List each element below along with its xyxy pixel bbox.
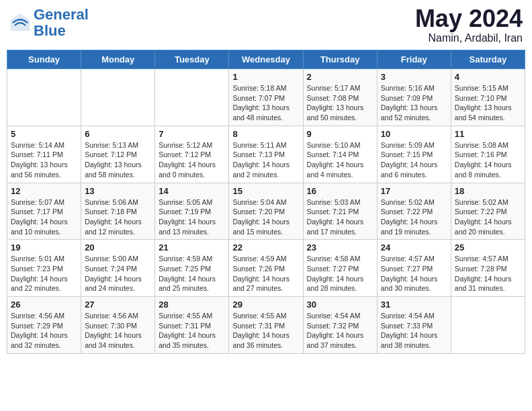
day-number: 2 [307,72,373,82]
calendar-cell: 12Sunrise: 5:07 AMSunset: 7:17 PMDayligh… [7,183,81,240]
day-info: Sunrise: 5:06 AMSunset: 7:18 PMDaylight:… [85,197,151,237]
day-number: 13 [85,186,151,196]
day-info: Sunrise: 5:00 AMSunset: 7:24 PMDaylight:… [85,254,151,293]
calendar-cell: 20Sunrise: 5:00 AMSunset: 7:24 PMDayligh… [81,240,155,297]
day-info: Sunrise: 4:54 AMSunset: 7:32 PMDaylight:… [307,311,373,351]
calendar-cell: 27Sunrise: 4:56 AMSunset: 7:30 PMDayligh… [81,297,155,354]
weekday-header-thursday: Thursday [303,50,377,69]
day-info: Sunrise: 5:08 AMSunset: 7:16 PMDaylight:… [455,140,521,180]
calendar-header-row: SundayMondayTuesdayWednesdayThursdayFrid… [7,50,525,69]
day-info: Sunrise: 4:58 AMSunset: 7:27 PMDaylight:… [307,254,373,293]
calendar-cell: 6Sunrise: 5:13 AMSunset: 7:12 PMDaylight… [81,126,155,183]
day-info: Sunrise: 4:56 AMSunset: 7:30 PMDaylight:… [85,311,151,351]
day-info: Sunrise: 5:04 AMSunset: 7:20 PMDaylight:… [232,197,299,237]
calendar-cell: 11Sunrise: 5:08 AMSunset: 7:16 PMDayligh… [451,126,525,183]
day-number: 12 [11,186,77,196]
calendar-cell: 13Sunrise: 5:06 AMSunset: 7:18 PMDayligh… [81,183,155,240]
calendar-week-row: 12Sunrise: 5:07 AMSunset: 7:17 PMDayligh… [7,183,525,240]
calendar-cell: 3Sunrise: 5:16 AMSunset: 7:09 PMDaylight… [377,69,451,126]
calendar-cell: 1Sunrise: 5:18 AMSunset: 7:07 PMDaylight… [229,69,303,126]
day-info: Sunrise: 5:07 AMSunset: 7:17 PMDaylight:… [11,197,77,237]
calendar-cell [7,69,81,126]
calendar-cell: 25Sunrise: 4:57 AMSunset: 7:28 PMDayligh… [451,240,525,297]
day-info: Sunrise: 5:14 AMSunset: 7:11 PMDaylight:… [11,140,77,180]
day-number: 18 [455,186,521,196]
weekday-header-wednesday: Wednesday [229,50,303,69]
calendar-cell: 19Sunrise: 5:01 AMSunset: 7:23 PMDayligh… [7,240,81,297]
day-info: Sunrise: 4:57 AMSunset: 7:27 PMDaylight:… [381,254,447,293]
day-info: Sunrise: 5:05 AMSunset: 7:19 PMDaylight:… [159,197,225,237]
day-number: 24 [381,242,447,253]
day-info: Sunrise: 5:12 AMSunset: 7:12 PMDaylight:… [159,140,225,180]
calendar-cell [155,69,229,126]
day-number: 30 [307,300,373,310]
day-number: 19 [11,242,77,253]
day-number: 21 [159,242,225,253]
location-title: Namin, Ardabil, Iran [415,32,523,44]
day-number: 17 [381,186,447,196]
month-title: May 2024 [415,7,523,31]
day-info: Sunrise: 5:02 AMSunset: 7:22 PMDaylight:… [455,197,521,237]
day-info: Sunrise: 4:54 AMSunset: 7:33 PMDaylight:… [381,311,447,351]
calendar-cell: 7Sunrise: 5:12 AMSunset: 7:12 PMDaylight… [155,126,229,183]
day-number: 16 [307,186,373,196]
weekday-header-saturday: Saturday [451,50,525,69]
day-info: Sunrise: 5:17 AMSunset: 7:08 PMDaylight:… [307,83,373,123]
calendar-cell: 4Sunrise: 5:15 AMSunset: 7:10 PMDaylight… [451,69,525,126]
day-number: 7 [159,129,225,139]
day-number: 3 [381,72,447,82]
calendar-cell: 16Sunrise: 5:03 AMSunset: 7:21 PMDayligh… [303,183,377,240]
day-info: Sunrise: 4:59 AMSunset: 7:25 PMDaylight:… [159,254,225,293]
day-info: Sunrise: 4:55 AMSunset: 7:31 PMDaylight:… [159,311,225,351]
day-info: Sunrise: 5:13 AMSunset: 7:12 PMDaylight:… [85,140,151,180]
day-info: Sunrise: 5:09 AMSunset: 7:15 PMDaylight:… [381,140,447,180]
calendar-week-row: 1Sunrise: 5:18 AMSunset: 7:07 PMDaylight… [7,69,525,126]
calendar-cell: 22Sunrise: 4:59 AMSunset: 7:26 PMDayligh… [229,240,303,297]
calendar-table: SundayMondayTuesdayWednesdayThursdayFrid… [7,50,525,354]
day-info: Sunrise: 5:18 AMSunset: 7:07 PMDaylight:… [232,83,299,123]
day-number: 23 [307,242,373,253]
page-header: GeneralBlue May 2024 Namin, Ardabil, Ira… [7,7,525,44]
calendar-cell [81,69,155,126]
day-number: 31 [381,300,447,310]
day-info: Sunrise: 5:10 AMSunset: 7:14 PMDaylight:… [307,140,373,180]
day-number: 20 [85,242,151,253]
day-number: 10 [381,129,447,139]
day-number: 4 [455,72,521,82]
logo: GeneralBlue [9,7,89,39]
calendar-cell: 9Sunrise: 5:10 AMSunset: 7:14 PMDaylight… [303,126,377,183]
calendar-cell: 10Sunrise: 5:09 AMSunset: 7:15 PMDayligh… [377,126,451,183]
calendar-cell: 14Sunrise: 5:05 AMSunset: 7:19 PMDayligh… [155,183,229,240]
calendar-cell: 23Sunrise: 4:58 AMSunset: 7:27 PMDayligh… [303,240,377,297]
day-info: Sunrise: 4:55 AMSunset: 7:31 PMDaylight:… [232,311,299,351]
day-number: 14 [159,186,225,196]
calendar-cell: 2Sunrise: 5:17 AMSunset: 7:08 PMDaylight… [303,69,377,126]
logo-icon [9,12,31,34]
title-block: May 2024 Namin, Ardabil, Iran [415,7,523,44]
day-info: Sunrise: 5:15 AMSunset: 7:10 PMDaylight:… [455,83,521,123]
calendar-week-row: 5Sunrise: 5:14 AMSunset: 7:11 PMDaylight… [7,126,525,183]
weekday-header-tuesday: Tuesday [155,50,229,69]
day-info: Sunrise: 5:02 AMSunset: 7:22 PMDaylight:… [381,197,447,237]
day-number: 1 [232,72,299,82]
day-number: 26 [11,300,77,310]
day-number: 28 [159,300,225,310]
calendar-cell [451,297,525,354]
weekday-header-friday: Friday [377,50,451,69]
calendar-cell: 18Sunrise: 5:02 AMSunset: 7:22 PMDayligh… [451,183,525,240]
weekday-header-monday: Monday [81,50,155,69]
calendar-cell: 5Sunrise: 5:14 AMSunset: 7:11 PMDaylight… [7,126,81,183]
calendar-cell: 31Sunrise: 4:54 AMSunset: 7:33 PMDayligh… [377,297,451,354]
calendar-cell: 29Sunrise: 4:55 AMSunset: 7:31 PMDayligh… [229,297,303,354]
calendar-cell: 28Sunrise: 4:55 AMSunset: 7:31 PMDayligh… [155,297,229,354]
day-number: 22 [232,242,299,253]
calendar-cell: 17Sunrise: 5:02 AMSunset: 7:22 PMDayligh… [377,183,451,240]
day-number: 6 [85,129,151,139]
day-number: 11 [455,129,521,139]
day-info: Sunrise: 5:01 AMSunset: 7:23 PMDaylight:… [11,254,77,293]
weekday-header-sunday: Sunday [7,50,81,69]
day-info: Sunrise: 4:59 AMSunset: 7:26 PMDaylight:… [232,254,299,293]
day-number: 5 [11,129,77,139]
calendar-week-row: 19Sunrise: 5:01 AMSunset: 7:23 PMDayligh… [7,240,525,297]
calendar-cell: 30Sunrise: 4:54 AMSunset: 7:32 PMDayligh… [303,297,377,354]
